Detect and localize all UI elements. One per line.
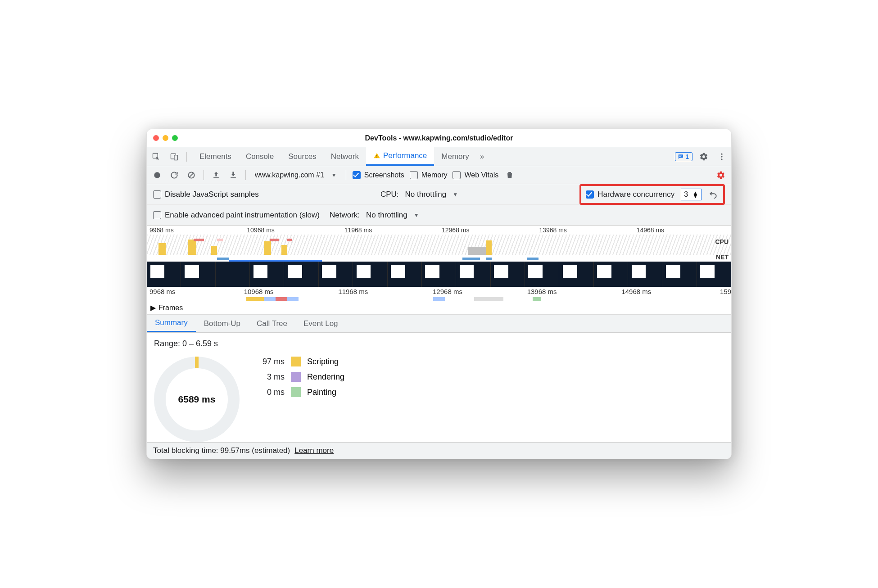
details-tabs: Summary Bottom-Up Call Tree Event Log [147, 315, 731, 333]
color-swatch [291, 372, 301, 382]
svg-point-9 [721, 158, 722, 160]
svg-point-7 [721, 153, 722, 154]
net-label: NET [716, 253, 729, 261]
summary-panel: Range: 0 – 6.59 s 6589 ms 97 msScripting… [147, 333, 731, 442]
svg-rect-3 [376, 155, 377, 156]
checkbox-icon [586, 190, 594, 199]
svg-rect-5 [679, 155, 682, 156]
load-profile-button[interactable] [210, 169, 222, 181]
delete-icon[interactable] [504, 169, 516, 181]
legend-item: 0 msPainting [258, 387, 344, 397]
tab-performance[interactable]: Performance [366, 147, 434, 166]
summary-donut: 6589 ms [154, 357, 240, 442]
svg-rect-4 [376, 157, 377, 157]
capture-settings-row-1: Disable JavaScript samples CPU: No throt… [147, 184, 731, 205]
minimize-icon[interactable] [163, 135, 168, 141]
tab-call-tree[interactable]: Call Tree [249, 315, 295, 332]
svg-point-8 [721, 156, 722, 157]
tab-memory[interactable]: Memory [434, 147, 476, 166]
tab-console[interactable]: Console [239, 147, 281, 166]
checkbox-icon [353, 171, 361, 179]
tick: 13968 ms [536, 226, 634, 235]
target-selector[interactable]: www.kapwing.com #1 ▼ [252, 171, 339, 179]
main-tabs: Elements Console Sources Network Perform… [192, 147, 488, 166]
main-tabbar: Elements Console Sources Network Perform… [147, 147, 731, 166]
cpu-throttle-select[interactable]: CPU: No throttling ▼ [380, 190, 458, 199]
paint-instrumentation-checkbox[interactable]: Enable advanced paint instrumentation (s… [153, 211, 320, 220]
tab-bottom-up[interactable]: Bottom-Up [196, 315, 249, 332]
network-label: Network: [330, 211, 360, 220]
tick: 14968 ms [634, 226, 731, 235]
screenshot-filmstrip[interactable] [147, 262, 731, 287]
learn-more-link[interactable]: Learn more [294, 446, 334, 455]
undo-icon[interactable] [708, 188, 719, 201]
blocking-time-text: Total blocking time: 99.57ms (estimated) [153, 446, 290, 455]
performance-toolbar: www.kapwing.com #1 ▼ Screenshots Memory … [147, 166, 731, 184]
close-icon[interactable] [153, 135, 159, 141]
tab-summary[interactable]: Summary [147, 315, 196, 332]
device-toggle-icon[interactable] [167, 150, 181, 163]
network-throttle-select[interactable]: Network: No throttling ▼ [330, 211, 419, 220]
devtools-window: DevTools - www.kapwing.com/studio/editor… [146, 129, 732, 459]
color-swatch [291, 387, 301, 397]
tick: 9968 ms [147, 226, 244, 235]
legend-item: 3 msRendering [258, 372, 344, 382]
gear-icon[interactable] [697, 150, 711, 163]
donut-total: 6589 ms [178, 394, 216, 405]
svg-point-10 [154, 172, 160, 178]
chevron-right-icon: ▶ [150, 303, 156, 312]
webvitals-checkbox[interactable]: Web Vitals [453, 171, 498, 179]
capture-settings-icon[interactable] [715, 169, 727, 181]
hardware-concurrency-highlight: Hardware concurrency 3 ▲▼ [579, 184, 725, 205]
flamechart-ruler: 9968 ms 10968 ms 11968 ms 12968 ms 13968… [147, 287, 731, 297]
message-icon [677, 154, 684, 160]
reload-record-button[interactable] [168, 169, 180, 181]
legend-item: 97 msScripting [258, 357, 344, 366]
cpu-value: No throttling [405, 190, 447, 199]
cpu-overview: CPU [147, 235, 731, 255]
warning-icon [373, 152, 380, 159]
stepper-icon[interactable]: ▲▼ [692, 191, 698, 198]
inspect-icon[interactable] [149, 150, 163, 163]
frames-header[interactable]: ▶ Frames [147, 301, 731, 315]
hw-value: 3 [684, 190, 688, 199]
summary-legend: 97 msScripting 3 msRendering 0 msPaintin… [258, 357, 344, 397]
zoom-icon[interactable] [172, 135, 178, 141]
checkbox-icon [153, 190, 161, 199]
tab-elements[interactable]: Elements [192, 147, 239, 166]
svg-rect-6 [679, 156, 681, 157]
clear-button[interactable] [186, 169, 197, 181]
chevron-down-icon: ▼ [414, 212, 419, 218]
checkbox-icon [453, 171, 461, 179]
svg-rect-2 [174, 155, 178, 160]
save-profile-button[interactable] [227, 169, 239, 181]
range-text: Range: 0 – 6.59 s [154, 339, 724, 348]
tab-event-log[interactable]: Event Log [295, 315, 346, 332]
timeline-overview[interactable]: 9968 ms 10968 ms 11968 ms 12968 ms 13968… [147, 226, 731, 301]
kebab-icon[interactable] [715, 150, 729, 163]
separator [186, 152, 187, 162]
disable-js-samples-checkbox[interactable]: Disable JavaScript samples [153, 190, 259, 199]
chevron-down-icon: ▼ [453, 191, 458, 198]
tick: 11968 ms [342, 226, 439, 235]
chevron-down-icon: ▼ [331, 172, 337, 178]
capture-settings-row-2: Enable advanced paint instrumentation (s… [147, 205, 731, 226]
tab-performance-label: Performance [383, 151, 427, 160]
hardware-concurrency-input[interactable]: 3 ▲▼ [681, 189, 701, 200]
record-button[interactable] [151, 169, 163, 181]
memory-checkbox[interactable]: Memory [410, 171, 448, 179]
network-value: No throttling [366, 211, 407, 220]
hardware-concurrency-checkbox[interactable]: Hardware concurrency [586, 190, 674, 199]
tick: 12968 ms [439, 226, 536, 235]
target-label: www.kapwing.com #1 [255, 171, 324, 179]
checkbox-icon [410, 171, 418, 179]
console-messages-badge[interactable]: 1 [675, 152, 692, 161]
screenshots-checkbox[interactable]: Screenshots [353, 171, 404, 179]
tab-sources[interactable]: Sources [281, 147, 323, 166]
network-track[interactable] [147, 297, 731, 301]
tabs-overflow[interactable]: » [476, 147, 488, 166]
window-controls [147, 135, 178, 141]
tab-network[interactable]: Network [324, 147, 366, 166]
svg-rect-12 [213, 177, 219, 178]
frames-label: Frames [158, 304, 183, 312]
